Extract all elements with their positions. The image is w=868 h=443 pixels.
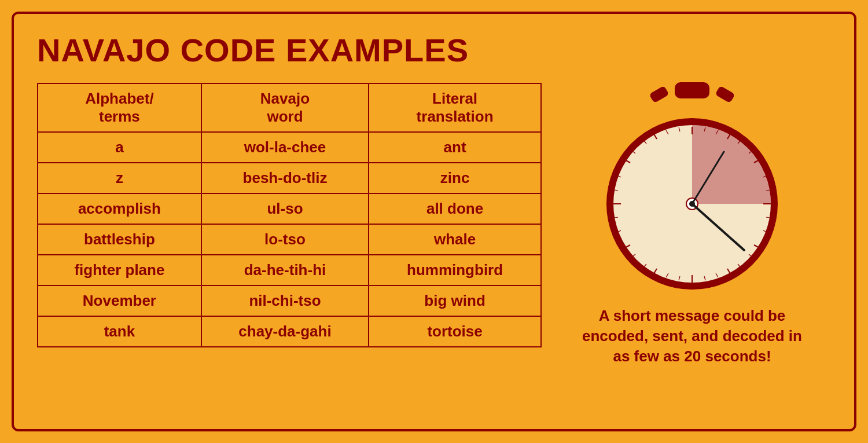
col-header-navajo: Navajoword (201, 83, 369, 132)
table-cell-5-2: big wind (369, 285, 541, 316)
col-header-alphabet: Alphabet/terms (38, 83, 201, 132)
table-cell-3-0: battleship (38, 224, 201, 255)
table-row: awol-la-cheeant (38, 132, 541, 163)
table-row: tankchay-da-gahitortoise (38, 316, 541, 347)
svg-rect-2 (715, 86, 735, 104)
table-cell-4-2: hummingbird (369, 255, 541, 285)
table-cell-0-0: a (38, 132, 201, 163)
stopwatch-graphic (599, 76, 785, 296)
caption-text: A short message could be encoded, sent, … (576, 306, 808, 367)
table-cell-3-2: whale (369, 224, 541, 255)
table-cell-1-2: zinc (369, 163, 541, 193)
left-section: NAVAJO CODE EXAMPLES Alphabet/terms Nava… (37, 31, 542, 412)
code-table: Alphabet/terms Navajoword Literaltransla… (37, 83, 542, 347)
table-cell-4-0: fighter plane (38, 255, 201, 285)
table-cell-5-0: November (38, 285, 201, 316)
col-header-translation: Literaltranslation (369, 83, 541, 132)
table-cell-2-1: ul-so (201, 193, 369, 224)
table-row: battleshiplo-tsowhale (38, 224, 541, 255)
table-cell-3-1: lo-tso (201, 224, 369, 255)
table-cell-0-2: ant (369, 132, 541, 163)
table-cell-0-1: wol-la-chee (201, 132, 369, 163)
table-row: Novembernil-chi-tsobig wind (38, 285, 541, 316)
table-cell-6-1: chay-da-gahi (201, 316, 369, 347)
svg-rect-1 (649, 86, 670, 104)
main-card: NAVAJO CODE EXAMPLES Alphabet/terms Nava… (12, 12, 856, 431)
table-cell-6-0: tank (38, 316, 201, 347)
page-title: NAVAJO CODE EXAMPLES (37, 31, 542, 69)
table-cell-5-1: nil-chi-tso (201, 285, 369, 316)
table-cell-2-0: accomplish (38, 193, 201, 224)
table-cell-2-2: all done (369, 193, 541, 224)
svg-rect-0 (675, 82, 709, 98)
table-cell-6-2: tortoise (369, 316, 541, 347)
table-header-row: Alphabet/terms Navajoword Literaltransla… (38, 83, 541, 132)
svg-point-44 (689, 201, 695, 207)
table-row: accomplishul-soall done (38, 193, 541, 224)
table-row: fighter planeda-he-tih-hihummingbird (38, 255, 541, 285)
table-row: zbesh-do-tlizzinc (38, 163, 541, 193)
right-section: A short message could be encoded, sent, … (553, 31, 831, 412)
table-cell-1-0: z (38, 163, 201, 193)
table-cell-4-1: da-he-tih-hi (201, 255, 369, 285)
table-cell-1-1: besh-do-tliz (201, 163, 369, 193)
